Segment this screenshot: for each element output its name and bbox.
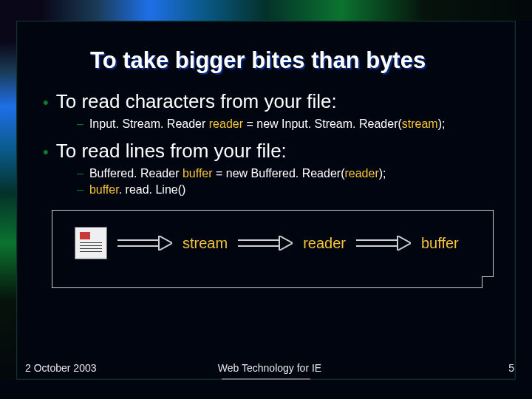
code-line: Buffered. Reader buffer = new Buffered. … xyxy=(89,167,386,180)
svg-marker-8 xyxy=(398,236,411,250)
slide-footer: 2 October 2003 Web Technology for IE 5 xyxy=(25,362,514,374)
flow-label: reader xyxy=(303,235,346,252)
bullet-text: To read characters from your file: xyxy=(56,90,337,113)
slide-content: To take bigger bites than bytes • To rea… xyxy=(34,34,502,369)
arrow-right-icon xyxy=(238,236,293,250)
footer-page: 5 xyxy=(508,362,514,374)
flow-label: buffer xyxy=(421,235,459,252)
dash-icon: – xyxy=(77,167,83,180)
dash-icon: – xyxy=(77,183,83,197)
sub-bullet-item: – Input. Stream. Reader reader = new Inp… xyxy=(77,117,502,131)
code-line: Input. Stream. Reader reader = new Input… xyxy=(89,117,446,131)
bullet-dot-icon: • xyxy=(43,95,49,111)
footer-underline xyxy=(222,378,310,380)
svg-marker-5 xyxy=(279,236,293,250)
footer-date: 2 October 2003 xyxy=(25,362,97,374)
sub-bullet-list: – Input. Stream. Reader reader = new Inp… xyxy=(34,117,502,131)
arrow-right-icon xyxy=(356,236,411,250)
flow-row: stream reader buffer xyxy=(75,227,478,259)
flow-label: stream xyxy=(183,235,228,252)
bullet-item: • To read characters from your file: – I… xyxy=(34,90,502,131)
bullet-list: • To read characters from your file: – I… xyxy=(34,90,502,197)
bullet-text: To read lines from your file: xyxy=(56,140,287,163)
accent-bar-left xyxy=(0,21,16,380)
footer-course: Web Technology for IE xyxy=(25,362,514,374)
sub-bullet-list: – Buffered. Reader buffer = new Buffered… xyxy=(34,167,502,197)
dog-ear-icon xyxy=(482,276,494,288)
sub-bullet-item: – Buffered. Reader buffer = new Buffered… xyxy=(77,167,502,180)
thumbnail-icon xyxy=(75,227,107,259)
svg-marker-2 xyxy=(159,236,172,250)
bullet-dot-icon: • xyxy=(43,144,49,160)
arrow-right-icon xyxy=(117,236,172,250)
dash-icon: – xyxy=(77,117,83,131)
accent-bar-top xyxy=(0,0,532,21)
sub-bullet-item: – buffer. read. Line() xyxy=(77,183,502,197)
bullet-item: • To read lines from your file: – Buffer… xyxy=(34,140,502,197)
code-line: buffer. read. Line() xyxy=(89,183,185,197)
slide-title: To take bigger bites than bytes xyxy=(90,47,502,74)
flow-diagram: stream reader buffer xyxy=(52,210,494,288)
